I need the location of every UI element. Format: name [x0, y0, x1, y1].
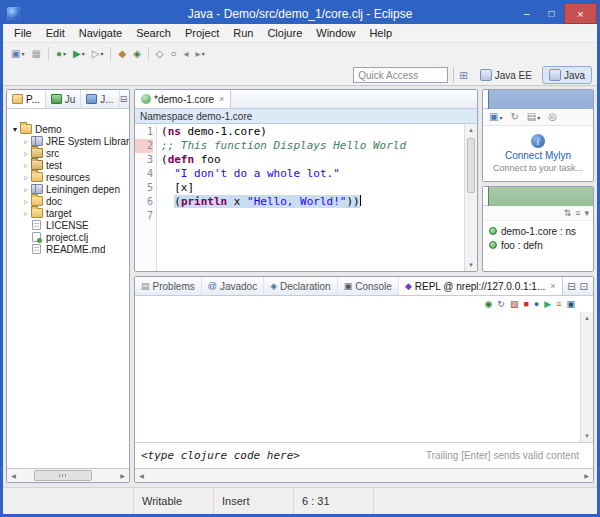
scroll-left-icon[interactable]: ◀ — [7, 472, 20, 479]
menu-edit[interactable]: Edit — [39, 25, 72, 41]
repl-eval-icon[interactable]: ▶ — [544, 300, 551, 309]
editor-scroll-down-icon[interactable]: ▼ — [465, 259, 477, 271]
tab-problems[interactable]: ▤Problems — [135, 277, 202, 295]
package-explorer-hscrollbar[interactable]: ◀ ▶ — [7, 468, 129, 482]
repl-scroll-down-icon[interactable]: ▼ — [581, 430, 593, 442]
menu-search[interactable]: Search — [129, 25, 178, 41]
code-area[interactable]: (ns demo-1.core);; This function Display… — [157, 124, 464, 271]
bottom-maximize-view-icon[interactable]: ⊡ — [580, 281, 588, 292]
next-annotation-icon[interactable]: ▸▾ — [193, 45, 208, 62]
connect-mylyn-link[interactable]: Connect Mylyn — [505, 150, 571, 161]
tree-expand-icon[interactable]: ▹ — [21, 149, 31, 158]
outline-menu-icon[interactable]: ▾ — [584, 208, 589, 218]
outline-item-demo-1-core-ns[interactable]: demo-1.core : ns — [483, 224, 593, 238]
menu-help[interactable]: Help — [362, 25, 399, 41]
view-tab-p[interactable]: P... — [7, 90, 46, 108]
tree-expand-icon[interactable]: ▹ — [21, 161, 31, 170]
close-tab-icon[interactable]: × — [550, 281, 555, 291]
tree-item-test[interactable]: ▹test — [7, 159, 129, 171]
tree-item-doc[interactable]: ▹doc — [7, 195, 129, 207]
editor-vscroll-track[interactable] — [465, 136, 477, 259]
tree-item-src[interactable]: ▹src — [7, 147, 129, 159]
scroll-right-icon[interactable]: ▶ — [116, 472, 129, 479]
new-task-icon[interactable]: ▣▾ — [486, 109, 505, 126]
new-class-icon[interactable]: ◈ — [130, 45, 144, 62]
outline-item-foo-defn[interactable]: foo : defn — [483, 238, 593, 252]
tree-expand-icon[interactable]: ▹ — [21, 173, 31, 182]
run-external-icon[interactable]: ▷▾ — [89, 45, 107, 62]
bottom-minimize-view-icon[interactable]: ⊟ — [567, 281, 575, 292]
menu-clojure[interactable]: Clojure — [260, 25, 309, 41]
tab-repl-nrepl-127-0-0-1-1[interactable]: ◆REPL @ nrepl://127.0.0.1:1...× — [399, 277, 563, 295]
search-icon[interactable]: ○ — [168, 45, 180, 62]
tab-javadoc[interactable]: @Javadoc — [202, 277, 264, 295]
repl-clear-icon[interactable]: ▧ — [510, 300, 519, 309]
tree-item-resources[interactable]: ▹resources — [7, 171, 129, 183]
hscroll-thumb[interactable] — [34, 470, 92, 481]
tree-expand-icon[interactable]: ▹ — [21, 209, 31, 218]
repl-scroll-left-icon[interactable]: ◀ — [135, 472, 148, 479]
tab-console[interactable]: ▣Console — [338, 277, 399, 295]
tree-item-readme-md[interactable]: README.md — [7, 243, 129, 255]
categorized-view-icon[interactable]: ▤▾ — [524, 109, 543, 126]
close-button[interactable]: × — [564, 3, 597, 24]
tree-item-project-clj[interactable]: project.clj — [7, 231, 129, 243]
tree-item-leiningen-depen[interactable]: ▹Leiningen depen — [7, 183, 129, 195]
tree-expand-icon[interactable]: ▹ — [21, 197, 31, 206]
repl-hscroll-track[interactable] — [148, 469, 580, 482]
repl-scroll-right-icon[interactable]: ▶ — [580, 472, 593, 479]
repl-interrupt-icon[interactable]: ■ — [523, 300, 528, 309]
tree-item-demo[interactable]: ▾Demo — [7, 123, 129, 135]
tree-expand-icon[interactable]: ▹ — [21, 185, 31, 194]
sort-icon[interactable]: ⇅ — [564, 208, 572, 218]
sync-tasks-icon[interactable]: ↻ — [507, 109, 521, 126]
repl-vscrollbar[interactable]: ▲ ▼ — [580, 312, 593, 442]
repl-input[interactable]: <type clojure code here> — [141, 449, 426, 462]
editor-vscroll-thumb[interactable] — [467, 138, 475, 193]
editor-tab[interactable]: *demo-1.core × — [135, 90, 231, 108]
repl-refresh-icon[interactable]: ↻ — [497, 300, 505, 309]
open-type-icon[interactable]: ◇ — [153, 45, 167, 62]
menu-navigate[interactable]: Navigate — [72, 25, 129, 41]
new-java-project-icon[interactable]: ◆ — [115, 45, 129, 62]
repl-vscroll-track[interactable] — [581, 324, 593, 430]
new-wizard-icon[interactable]: ▣▾ — [8, 45, 27, 62]
menu-run[interactable]: Run — [226, 25, 260, 41]
perspective-java[interactable]: Java — [542, 66, 592, 84]
collapse-all-icon[interactable]: ⊟ — [120, 94, 128, 104]
hscroll-track[interactable] — [20, 469, 116, 482]
view-tab-ju[interactable]: Ju — [46, 90, 82, 108]
repl-new-console-icon[interactable]: ▣ — [566, 300, 575, 309]
debug-icon[interactable]: ●▾ — [53, 45, 69, 62]
view-tab-outline[interactable]: Out... × — [483, 187, 594, 205]
last-edit-location-icon[interactable]: ◂ — [181, 45, 192, 62]
run-icon[interactable]: ▶▾ — [70, 45, 88, 62]
perspective-java-ee[interactable]: Java EE — [473, 66, 539, 84]
repl-history-icon[interactable]: ≡ — [556, 300, 561, 309]
quick-access-input[interactable] — [353, 67, 448, 83]
focus-on-workweek-icon[interactable]: ◎ — [545, 109, 560, 126]
hide-fields-icon[interactable]: ≡ — [575, 208, 580, 218]
tree-item-jre-system-librar[interactable]: ▹JRE System Librar — [7, 135, 129, 147]
repl-hscrollbar[interactable]: ◀ ▶ — [135, 468, 593, 482]
repl-namespace-icon[interactable]: ◉ — [485, 300, 493, 309]
editor-tab-close-icon[interactable]: × — [219, 94, 224, 104]
tree-expand-icon[interactable]: ▹ — [21, 137, 31, 146]
save-icon[interactable]: ▦ — [28, 45, 43, 62]
repl-scroll-up-icon[interactable]: ▲ — [581, 312, 593, 324]
editor-vscrollbar[interactable]: ▲ ▼ — [464, 124, 477, 271]
minimize-button[interactable]: – — [514, 3, 539, 24]
menu-project[interactable]: Project — [178, 25, 226, 41]
open-perspective-icon[interactable]: ⊞ — [459, 70, 467, 81]
maximize-button[interactable]: □ — [539, 3, 564, 24]
namespace-breadcrumb[interactable]: Namespace demo-1.core — [135, 109, 477, 124]
tree-item-target[interactable]: ▹target — [7, 207, 129, 219]
menu-window[interactable]: Window — [309, 25, 362, 41]
tab-declaration[interactable]: ◈Declaration — [264, 277, 338, 295]
repl-log-area[interactable] — [135, 312, 580, 442]
editor-scroll-up-icon[interactable]: ▲ — [465, 124, 477, 136]
repl-reconnect-icon[interactable]: ● — [534, 300, 539, 309]
menu-file[interactable]: File — [7, 25, 39, 41]
tree-item-license[interactable]: LICENSE — [7, 219, 129, 231]
view-tab-task-list[interactable]: Tas... × — [483, 90, 594, 108]
